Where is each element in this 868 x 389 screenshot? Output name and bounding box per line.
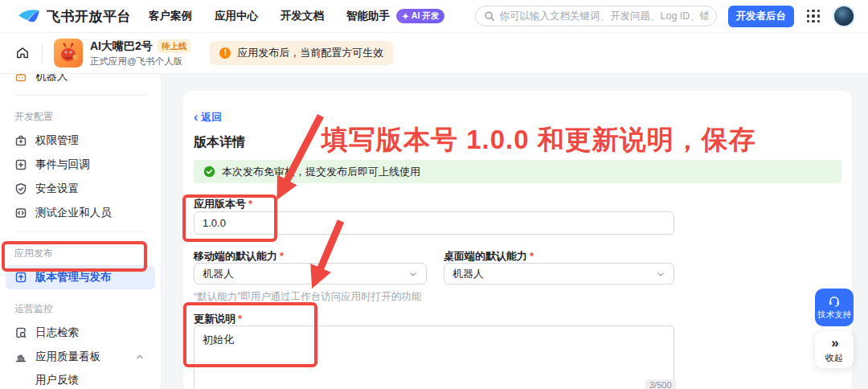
sidebar-item-user-feedback[interactable]: 用户反馈 — [0, 369, 161, 389]
crab-mascot-icon — [56, 41, 80, 65]
app-name: AI大嘴巴2号 — [90, 39, 153, 54]
double-chevron-right-icon: » — [831, 336, 837, 350]
divider — [14, 231, 146, 232]
sparkle-icon: ✦ — [402, 11, 409, 21]
review-free-banner: 本次发布免审核，提交发布后即可上线使用 — [194, 160, 841, 183]
alert-text: 应用发布后，当前配置方可生效 — [237, 46, 383, 60]
nav-item-app-center[interactable]: 应用中心 — [215, 9, 258, 23]
divider — [14, 95, 146, 96]
sidebar-item-permissions[interactable]: 权限管理 — [0, 129, 161, 153]
topnav-right-group: 开发者后台 — [475, 5, 856, 27]
briefcase-lock-icon — [14, 134, 27, 147]
sidebar-item-log-search[interactable]: 日志检索 — [0, 321, 161, 345]
sidebar-section-ops-monitoring: 运营监控 — [0, 294, 161, 321]
alert-icon: ! — [219, 47, 231, 59]
config-alert-banner: ! 应用发布后，当前配置方可生效 — [210, 41, 393, 65]
main-content-area: ‹ 返回 版本详情 本次发布免审核，提交发布后即可上线使用 应用版本号* 移动端… — [162, 74, 868, 389]
capability-hint: “默认能力”即用户通过工作台访问应用时打开的功能 — [194, 290, 421, 304]
nav-item-customer-cases[interactable]: 客户案例 — [149, 9, 192, 23]
page-title: 版本详情 — [194, 134, 245, 151]
robot-icon — [14, 74, 27, 83]
version-detail-card: ‹ 返回 版本详情 本次发布免审核，提交发布后即可上线使用 应用版本号* 移动端… — [183, 91, 852, 389]
banner-text: 本次发布免审核，提交发布后即可上线使用 — [222, 165, 420, 179]
developer-console-button[interactable]: 开发者后台 — [728, 6, 795, 27]
required-mark: * — [280, 250, 284, 262]
user-avatar[interactable] — [833, 5, 855, 27]
nav-item-dev-docs[interactable]: 开发文档 — [280, 9, 324, 23]
sidebar-item-version-management[interactable]: 版本管理与发布 — [6, 265, 155, 289]
brand-title: 飞书开放平台 — [47, 7, 131, 26]
sidebar-item-quality-dashboard[interactable]: 应用质量看板 — [0, 345, 161, 369]
update-notes-textarea[interactable]: 初始化 — [194, 326, 674, 389]
brand-logo-link[interactable]: 飞书开放平台 — [18, 6, 131, 26]
publish-upload-icon — [14, 271, 27, 284]
chevron-left-icon: ‹ — [194, 110, 198, 125]
event-plus-icon — [14, 158, 27, 171]
app-meta: AI大嘴巴2号 待上线 正式应用@飞书个人版 — [90, 39, 190, 68]
feishu-logo-icon — [18, 6, 40, 26]
required-mark: * — [530, 250, 534, 262]
chevron-up-icon[interactable] — [133, 350, 146, 363]
chevron-down-icon — [408, 269, 418, 279]
ai-dev-badge[interactable]: ✦AI 开发 — [396, 9, 444, 23]
headset-icon — [828, 295, 841, 307]
sidebar-item-security-settings[interactable]: 安全设置 — [0, 177, 161, 201]
chevron-down-icon — [656, 269, 665, 279]
back-link[interactable]: ‹ 返回 — [194, 110, 222, 125]
version-input[interactable] — [194, 211, 674, 235]
top-navbar: 飞书开放平台 客户案例 应用中心 开发文档 智能助手 ✦AI 开发 开发者后台 — [0, 0, 868, 33]
required-mark: * — [248, 198, 252, 210]
nav-item-ai-assistant[interactable]: 智能助手 — [346, 9, 390, 23]
sidebar: 机器人 开发配置 权限管理 事件与回调 — [0, 74, 162, 389]
code-brackets-icon — [14, 207, 27, 219]
shield-check-icon — [14, 182, 27, 195]
sidebar-item-bot[interactable]: 机器人 — [0, 74, 161, 88]
sidebar-item-events-callbacks[interactable]: 事件与回调 — [0, 153, 161, 177]
sidebar-item-test-org-users[interactable]: 测试企业和人员 — [0, 201, 161, 225]
bar-chart-icon — [14, 350, 27, 363]
update-notes-label: 更新说明* — [194, 312, 242, 326]
desktop-capability-label: 桌面端的默认能力* — [444, 249, 534, 264]
check-circle-icon — [203, 166, 215, 178]
tech-support-button[interactable]: 技术支持 — [815, 289, 854, 326]
char-counter: 3/500 — [645, 379, 676, 389]
log-search-icon — [14, 326, 27, 339]
home-icon[interactable] — [14, 45, 31, 61]
mobile-capability-label: 移动端的默认能力* — [194, 249, 284, 264]
divider — [42, 43, 43, 63]
feishu-open-platform-page: 飞书开放平台 客户案例 应用中心 开发文档 智能助手 ✦AI 开发 开发者后台 — [0, 0, 868, 389]
mobile-capability-select[interactable]: 机器人 — [194, 263, 427, 285]
required-mark: * — [238, 313, 242, 325]
app-grid-icon[interactable] — [805, 8, 821, 24]
app-header-bar: AI大嘴巴2号 待上线 正式应用@飞书个人版 ! 应用发布后，当前配置方可生效 — [0, 33, 868, 74]
app-avatar — [54, 39, 83, 68]
collapse-button[interactable]: » 收起 — [815, 331, 854, 368]
search-input[interactable] — [500, 10, 708, 22]
search-icon — [484, 10, 495, 22]
app-subtitle: 正式应用@飞书个人版 — [90, 55, 190, 68]
sidebar-section-app-release: 应用发布 — [0, 239, 161, 265]
doc-search-box[interactable] — [475, 6, 717, 27]
primary-nav: 客户案例 应用中心 开发文档 智能助手 ✦AI 开发 — [149, 9, 444, 23]
version-label: 应用版本号* — [194, 197, 252, 211]
desktop-capability-select[interactable]: 机器人 — [444, 263, 674, 285]
sidebar-section-dev-config: 开发配置 — [0, 102, 161, 129]
status-badge: 待上线 — [158, 39, 191, 53]
